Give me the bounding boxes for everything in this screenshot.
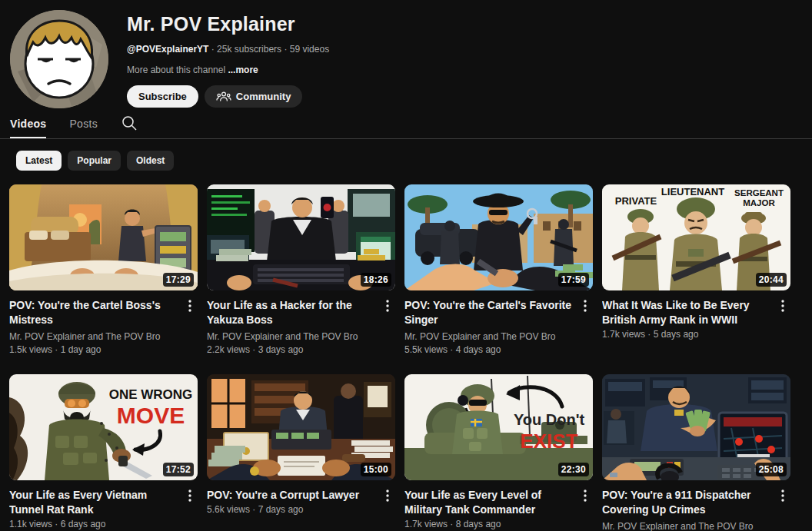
- video-meta: 2.2k views · 3 days ago: [207, 344, 380, 356]
- tab-videos[interactable]: Videos: [10, 118, 46, 138]
- search-icon: [121, 114, 138, 131]
- video-menu-button[interactable]: [577, 488, 593, 503]
- kebab-icon: [781, 300, 784, 312]
- kebab-icon: [386, 490, 389, 502]
- video-meta: 1.7k views · 5 days ago: [602, 329, 775, 340]
- header-buttons: Subscribe Community: [127, 85, 329, 108]
- duration-badge: 15:00: [361, 463, 391, 476]
- video-card: 15:00 POV: You're a Corrupt Lawyer 5.6k …: [207, 374, 395, 531]
- kebab-icon: [386, 300, 389, 312]
- overlay-move: MOVE: [117, 403, 185, 428]
- video-card: 25:08 POV: You're a 911 Dispatcher Cover…: [602, 374, 790, 531]
- video-meta: 1.5k views · 1 day ago: [9, 344, 182, 356]
- channel-tabbar: Videos Posts: [0, 108, 812, 139]
- chip-popular[interactable]: Popular: [68, 151, 121, 171]
- video-menu-button[interactable]: [182, 298, 198, 314]
- video-byline[interactable]: Mr. POV Explainer and The POV Bro: [404, 331, 577, 343]
- duration-badge: 17:52: [163, 463, 194, 476]
- video-menu-button[interactable]: [380, 488, 395, 503]
- video-card: PRIVATE LIEUTENANT SERGEANT MAJOR 20:44 …: [602, 184, 790, 356]
- video-title[interactable]: Your Life as Every Vietnam Tunnel Rat Ra…: [9, 488, 182, 517]
- video-title[interactable]: What It Was Like to Be Every British Arm…: [602, 298, 775, 327]
- kebab-icon: [188, 300, 191, 312]
- video-thumbnail[interactable]: 18:26: [207, 184, 395, 290]
- video-thumbnail[interactable]: You Don't EXIST 22:30: [404, 374, 593, 480]
- video-byline[interactable]: Mr. POV Explainer and The POV Bro: [9, 331, 182, 343]
- overlay-sergeant: SERGEANT: [734, 188, 784, 197]
- filter-chips: Latest Popular Oldest: [0, 139, 812, 171]
- video-meta: 1.7k views · 8 days ago: [404, 519, 577, 530]
- about-text: More about this channel: [127, 65, 228, 75]
- video-thumbnail[interactable]: PRIVATE LIEUTENANT SERGEANT MAJOR 20:44: [602, 184, 790, 290]
- overlay-one-wrong: ONE WRONG: [109, 387, 193, 402]
- video-byline[interactable]: Mr. POV Explainer and The POV Bro: [207, 331, 380, 343]
- video-thumbnail[interactable]: 17:59: [404, 184, 593, 290]
- video-card: You Don't EXIST 22:30 Your Life as Every…: [404, 374, 593, 531]
- video-menu-button[interactable]: [775, 298, 790, 314]
- overlay-you-dont: You Don't: [514, 411, 584, 428]
- video-title[interactable]: POV: You're the Cartel's Favorite Singer: [404, 298, 577, 327]
- duration-badge: 22:30: [558, 463, 589, 476]
- channel-stats: · 25k subscribers · 59 videos: [208, 44, 329, 55]
- video-card: 17:29 POV: You're the Cartel Boss's Mist…: [9, 184, 198, 356]
- channel-avatar[interactable]: [10, 10, 108, 108]
- video-info: Your Life as Every Level of Military Tan…: [404, 488, 593, 530]
- video-menu-button[interactable]: [577, 298, 593, 314]
- channel-about: More about this channel ...more: [127, 65, 329, 75]
- video-card: ONE WRONG MOVE 17:52 Your Life as Every …: [9, 374, 198, 531]
- kebab-icon: [584, 490, 587, 502]
- video-info: What It Was Like to Be Every British Arm…: [602, 298, 790, 340]
- video-info: POV: You're a 911 Dispatcher Covering Up…: [602, 488, 790, 531]
- video-meta: 1.1k views · 6 days ago: [9, 519, 182, 530]
- video-thumbnail[interactable]: 15:00: [207, 374, 395, 480]
- video-menu-button[interactable]: [380, 298, 395, 314]
- duration-badge: 20:44: [756, 273, 787, 287]
- video-info: Your Life as Every Vietnam Tunnel Rat Ra…: [9, 488, 198, 530]
- video-menu-button[interactable]: [775, 488, 790, 503]
- video-byline[interactable]: Mr. POV Explainer and The POV Bro: [602, 521, 775, 531]
- tab-search[interactable]: [121, 114, 138, 138]
- channel-handle: @POVExplainerYT: [127, 44, 208, 55]
- overlay-private: PRIVATE: [615, 195, 657, 207]
- video-title[interactable]: Your Life as a Hacker for the Yakuza Bos…: [207, 298, 380, 327]
- video-thumbnail[interactable]: ONE WRONG MOVE 17:52: [9, 374, 198, 480]
- video-meta: 5.5k views · 4 days ago: [404, 344, 577, 356]
- avatar-art: [10, 10, 108, 108]
- duration-badge: 25:08: [756, 463, 787, 476]
- video-card: 17:59 POV: You're the Cartel's Favorite …: [404, 184, 593, 356]
- video-card: 18:26 Your Life as a Hacker for the Yaku…: [207, 184, 395, 356]
- video-info: POV: You're the Cartel Boss's Mistress M…: [9, 298, 198, 356]
- chip-oldest[interactable]: Oldest: [127, 151, 174, 171]
- duration-badge: 17:59: [558, 273, 589, 287]
- video-title[interactable]: POV: You're a Corrupt Lawyer: [207, 488, 380, 503]
- channel-info: Mr. POV Explainer @POVExplainerYT · 25k …: [127, 10, 329, 108]
- channel-header: Mr. POV Explainer @POVExplainerYT · 25k …: [0, 0, 812, 108]
- community-button[interactable]: Community: [205, 85, 303, 108]
- channel-name: Mr. POV Explainer: [127, 13, 329, 35]
- video-info: POV: You're a Corrupt Lawyer 5.6k views …: [207, 488, 395, 516]
- duration-badge: 18:26: [361, 273, 391, 287]
- subscribe-button[interactable]: Subscribe: [127, 85, 198, 108]
- video-info: Your Life as a Hacker for the Yakuza Bos…: [207, 298, 395, 356]
- channel-meta: @POVExplainerYT · 25k subscribers · 59 v…: [127, 44, 329, 55]
- video-thumbnail[interactable]: 25:08: [602, 374, 790, 480]
- duration-badge: 17:29: [163, 273, 194, 287]
- video-title[interactable]: Your Life as Every Level of Military Tan…: [404, 488, 577, 517]
- more-link[interactable]: ...more: [228, 65, 258, 75]
- video-title[interactable]: POV: You're the Cartel Boss's Mistress: [9, 298, 182, 327]
- kebab-icon: [584, 300, 587, 312]
- video-grid: 17:29 POV: You're the Cartel Boss's Mist…: [0, 171, 812, 531]
- video-meta: 5.6k views · 7 days ago: [207, 504, 380, 516]
- kebab-icon: [781, 490, 784, 502]
- overlay-exist: EXIST: [520, 430, 577, 453]
- chip-latest[interactable]: Latest: [16, 151, 62, 171]
- video-thumbnail[interactable]: 17:29: [9, 184, 198, 290]
- community-people-icon: [216, 89, 231, 105]
- video-info: POV: You're the Cartel's Favorite Singer…: [404, 298, 593, 356]
- video-title[interactable]: POV: You're a 911 Dispatcher Covering Up…: [602, 488, 775, 517]
- overlay-lieutenant: LIEUTENANT: [661, 186, 724, 197]
- overlay-major: MAJOR: [743, 198, 775, 207]
- kebab-icon: [188, 490, 191, 502]
- video-menu-button[interactable]: [182, 488, 198, 503]
- tab-posts[interactable]: Posts: [69, 118, 98, 138]
